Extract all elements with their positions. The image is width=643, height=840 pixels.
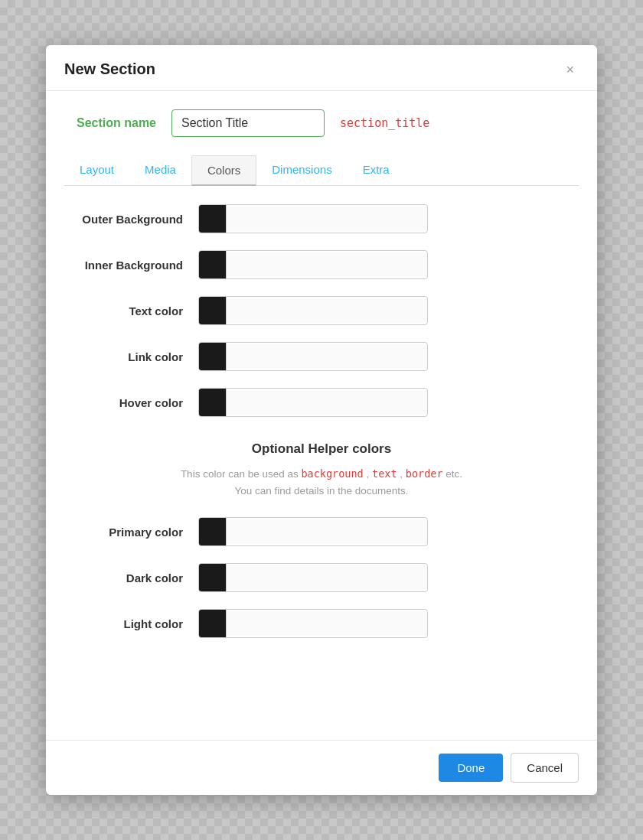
comma2: , <box>397 468 403 480</box>
outer-background-text[interactable] <box>227 207 427 231</box>
keyword-text: text <box>372 467 397 480</box>
keyword-background: background <box>301 467 363 480</box>
primary-color-swatch[interactable] <box>199 518 227 545</box>
inner-background-text[interactable] <box>227 252 427 277</box>
link-color-row: Link color <box>64 342 579 371</box>
section-slug: section_title <box>340 116 429 130</box>
cancel-button[interactable]: Cancel <box>511 753 579 783</box>
link-color-swatch[interactable] <box>199 343 227 370</box>
link-color-text[interactable] <box>227 344 427 369</box>
primary-color-row: Primary color <box>64 517 579 546</box>
light-color-label: Light color <box>64 617 198 630</box>
tab-bar: Layout Media Colors Dimensions Extra <box>64 155 579 186</box>
text-color-text[interactable] <box>227 298 427 323</box>
link-color-label: Link color <box>64 350 198 363</box>
dark-color-input[interactable] <box>198 563 428 592</box>
optional-desc-line2: You can find details in the documents. <box>235 485 409 497</box>
optional-desc-suffix: etc. <box>443 468 463 480</box>
dark-color-label: Dark color <box>64 571 198 584</box>
primary-color-input[interactable] <box>198 517 428 546</box>
tab-media[interactable]: Media <box>129 155 191 185</box>
section-name-input[interactable] <box>171 109 325 137</box>
modal-footer: Done Cancel <box>46 740 597 795</box>
inner-background-input[interactable] <box>198 250 428 279</box>
outer-background-input[interactable] <box>198 204 428 233</box>
light-color-input[interactable] <box>198 609 428 638</box>
comma1: , <box>364 468 370 480</box>
done-button[interactable]: Done <box>439 754 503 782</box>
inner-background-row: Inner Background <box>64 250 579 279</box>
link-color-input[interactable] <box>198 342 428 371</box>
optional-description: This color can be used as background , t… <box>64 466 579 499</box>
optional-title: Optional Helper colors <box>64 441 579 457</box>
text-color-swatch[interactable] <box>199 297 227 324</box>
light-color-swatch[interactable] <box>199 610 227 637</box>
dark-color-row: Dark color <box>64 563 579 592</box>
hover-color-swatch[interactable] <box>199 389 227 416</box>
section-name-row: Section name section_title <box>64 109 579 137</box>
optional-desc-prefix: This color can be used as <box>181 468 302 480</box>
inner-background-label: Inner Background <box>64 259 198 272</box>
outer-background-swatch[interactable] <box>199 205 227 233</box>
primary-color-text[interactable] <box>227 519 427 544</box>
light-color-row: Light color <box>64 609 579 638</box>
primary-color-label: Primary color <box>64 526 198 539</box>
modal-body: Section name section_title Layout Media … <box>46 91 597 740</box>
text-color-label: Text color <box>64 304 198 317</box>
dark-color-text[interactable] <box>227 565 427 590</box>
outer-background-row: Outer Background <box>64 204 579 233</box>
outer-background-label: Outer Background <box>64 213 198 226</box>
tab-layout[interactable]: Layout <box>64 155 129 185</box>
new-section-modal: New Section × Section name section_title… <box>46 45 597 795</box>
keyword-border: border <box>406 467 443 480</box>
hover-color-text[interactable] <box>227 390 427 415</box>
text-color-input[interactable] <box>198 296 428 325</box>
tab-dimensions[interactable]: Dimensions <box>256 155 347 185</box>
modal-title: New Section <box>64 60 155 78</box>
hover-color-input[interactable] <box>198 388 428 417</box>
modal-header: New Section × <box>46 45 597 91</box>
dark-color-swatch[interactable] <box>199 564 227 591</box>
tab-colors[interactable]: Colors <box>191 155 256 186</box>
close-button[interactable]: × <box>561 61 579 78</box>
section-name-label: Section name <box>64 116 156 130</box>
hover-color-label: Hover color <box>64 396 198 409</box>
optional-helper-section: Optional Helper colors This color can be… <box>64 441 579 499</box>
hover-color-row: Hover color <box>64 388 579 417</box>
light-color-text[interactable] <box>227 611 427 636</box>
tab-extra[interactable]: Extra <box>348 155 405 185</box>
inner-background-swatch[interactable] <box>199 251 227 278</box>
text-color-row: Text color <box>64 296 579 325</box>
